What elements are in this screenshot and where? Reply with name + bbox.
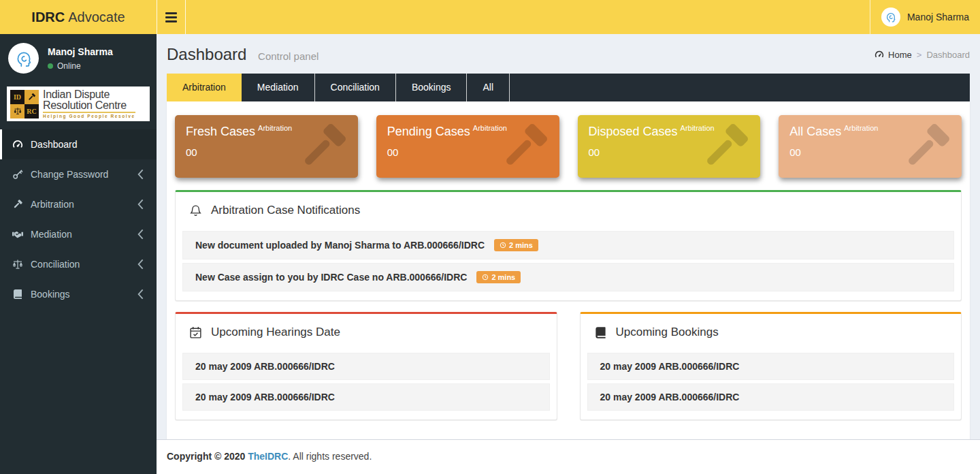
sidebar-user-panel: Manoj Sharma Online bbox=[0, 34, 157, 80]
logo-square-rc: RC bbox=[24, 104, 39, 118]
hearing-row[interactable]: 20 may 2009 ARB.000666/IDRC bbox=[182, 353, 550, 380]
sidebar-item-dashboard[interactable]: Dashboard bbox=[0, 129, 157, 159]
clock-icon bbox=[482, 274, 489, 281]
gavel-icon bbox=[12, 199, 23, 210]
disposed-cases-box[interactable]: Disposed CasesArbitration 00 bbox=[578, 115, 761, 178]
sidebar-item-bookings[interactable]: Bookings bbox=[0, 279, 157, 309]
chevron-left-icon bbox=[135, 229, 146, 240]
app-logo[interactable]: IDRC Advocate bbox=[0, 0, 157, 34]
tachometer-icon bbox=[12, 139, 23, 150]
tab-arbitration[interactable]: Arbitration bbox=[167, 74, 242, 101]
sidebar-menu: Dashboard Change Password Arbitration Me… bbox=[0, 129, 157, 309]
clock-icon bbox=[500, 242, 506, 249]
hamburger-icon bbox=[165, 12, 177, 14]
box-title: Disposed Cases bbox=[589, 125, 678, 138]
user-menu[interactable]: Manoj Sharma bbox=[870, 0, 980, 34]
online-dot-icon bbox=[48, 63, 53, 69]
hearings-title: Upcoming Hearings Date bbox=[182, 322, 550, 349]
upcoming-bookings-card: Upcoming Bookings 20 may 2009 ARB.000666… bbox=[580, 312, 962, 420]
summary-boxes: Fresh CasesArbitration 00 Pending CasesA… bbox=[175, 115, 962, 178]
sidebar-item-mediation[interactable]: Mediation bbox=[0, 219, 157, 249]
pending-cases-box[interactable]: Pending CasesArbitration 00 bbox=[376, 115, 559, 178]
sidebar-item-change-password[interactable]: Change Password bbox=[0, 159, 157, 189]
gavel-icon bbox=[899, 120, 953, 174]
tachometer-icon bbox=[875, 50, 884, 59]
tab-mediation[interactable]: Mediation bbox=[242, 74, 315, 101]
sidebar-toggle-button[interactable] bbox=[157, 0, 186, 34]
fresh-cases-box[interactable]: Fresh CasesArbitration 00 bbox=[175, 115, 358, 178]
gavel-icon bbox=[698, 120, 752, 174]
main-area: Dashboard Control panel Home > Dashboard… bbox=[157, 34, 980, 474]
tab-conciliation[interactable]: Conciliation bbox=[315, 74, 396, 101]
online-status: Online bbox=[48, 61, 113, 71]
balance-scale-icon bbox=[12, 259, 23, 270]
navbar: Manoj Sharma bbox=[157, 0, 980, 34]
box-superscript: Arbitration bbox=[844, 124, 878, 132]
tabbar-filler bbox=[510, 74, 970, 101]
tab-content-panel: Fresh CasesArbitration 00 Pending CasesA… bbox=[167, 101, 970, 439]
footer-copyright: Copyright © 2020 bbox=[167, 451, 245, 462]
idrc-logo: ID RC Indian Dispute Resolution Centre H… bbox=[7, 86, 150, 121]
sidebar: Manoj Sharma Online ID RC Indian Dispute bbox=[0, 34, 157, 474]
logo-square-gavel bbox=[24, 90, 39, 104]
app-logo-bold: IDRC bbox=[31, 10, 65, 25]
upcoming-hearings-card: Upcoming Hearings Date 20 may 2009 ARB.0… bbox=[175, 312, 557, 420]
chevron-left-icon bbox=[135, 259, 146, 270]
content: Dashboard Control panel Home > Dashboard… bbox=[157, 34, 980, 439]
logo-square-id: ID bbox=[10, 90, 24, 104]
handshake-icon bbox=[12, 229, 23, 240]
balance-scale-icon bbox=[14, 107, 22, 115]
head-profile-icon bbox=[13, 48, 35, 69]
bookings-title: Upcoming Bookings bbox=[587, 322, 955, 349]
content-header: Dashboard Control panel Home > Dashboard bbox=[167, 34, 970, 71]
gavel-icon bbox=[295, 120, 350, 174]
sidebar-user-name: Manoj Sharma bbox=[48, 46, 113, 57]
breadcrumb-home[interactable]: Home bbox=[875, 50, 912, 60]
idrc-logo-emblem: ID RC bbox=[10, 90, 39, 118]
page-subtitle: Control panel bbox=[258, 50, 318, 62]
tab-bookings[interactable]: Bookings bbox=[396, 74, 468, 101]
chevron-left-icon bbox=[135, 169, 146, 180]
box-title: Fresh Cases bbox=[186, 125, 255, 138]
idrc-logo-text: Indian Dispute Resolution Centre Helping… bbox=[43, 89, 135, 119]
gavel-icon bbox=[27, 93, 36, 101]
booking-row[interactable]: 20 may 2009 ARB.000666/IDRC bbox=[587, 353, 955, 380]
booking-row[interactable]: 20 may 2009 ARB.000666/IDRC bbox=[587, 383, 955, 411]
book-icon bbox=[594, 326, 607, 339]
time-badge: 2 mins bbox=[476, 271, 521, 283]
box-title: Pending Cases bbox=[387, 125, 470, 138]
avatar bbox=[8, 43, 39, 74]
calendar-check-icon bbox=[189, 326, 202, 339]
breadcrumb: Home > Dashboard bbox=[875, 50, 970, 60]
footer-rest: . All rights reserved. bbox=[288, 451, 372, 462]
key-icon bbox=[12, 169, 23, 180]
app-logo-light: Advocate bbox=[68, 10, 125, 25]
footer: Copyright © 2020 TheIDRC. All rights res… bbox=[157, 439, 980, 474]
box-title: All Cases bbox=[789, 125, 841, 138]
sidebar-item-conciliation[interactable]: Conciliation bbox=[0, 249, 157, 279]
user-name: Manoj Sharma bbox=[907, 12, 969, 22]
chevron-left-icon bbox=[135, 199, 146, 210]
case-type-tabs: Arbitration Mediation Conciliation Booki… bbox=[167, 74, 970, 101]
bell-icon bbox=[189, 204, 202, 217]
footer-brand-link[interactable]: TheIDRC bbox=[248, 451, 288, 462]
page-title: Dashboard Control panel bbox=[167, 45, 318, 64]
book-icon bbox=[12, 289, 23, 300]
notifications-title: Arbitration Case Notifications bbox=[182, 200, 954, 227]
logo-square-scale bbox=[10, 104, 24, 118]
avatar bbox=[881, 7, 900, 27]
notification-row[interactable]: New document uploaded by Manoj Sharma to… bbox=[182, 231, 954, 259]
gavel-icon bbox=[497, 120, 551, 174]
all-cases-box[interactable]: All CasesArbitration 00 bbox=[779, 115, 962, 178]
breadcrumb-current: Dashboard bbox=[926, 50, 970, 60]
chevron-left-icon bbox=[135, 289, 146, 300]
hearing-row[interactable]: 20 may 2009 ARB.000666/IDRC bbox=[182, 383, 550, 411]
notification-row[interactable]: New Case assign to you by IDRC Case no A… bbox=[182, 263, 954, 291]
time-badge: 2 mins bbox=[494, 239, 538, 251]
sidebar-item-arbitration[interactable]: Arbitration bbox=[0, 189, 157, 219]
top-navbar: IDRC Advocate Manoj Sharma bbox=[0, 0, 980, 34]
head-profile-icon bbox=[884, 10, 898, 24]
box-superscript: Arbitration bbox=[258, 124, 292, 132]
tab-all[interactable]: All bbox=[467, 74, 510, 101]
breadcrumb-separator: > bbox=[917, 50, 922, 60]
